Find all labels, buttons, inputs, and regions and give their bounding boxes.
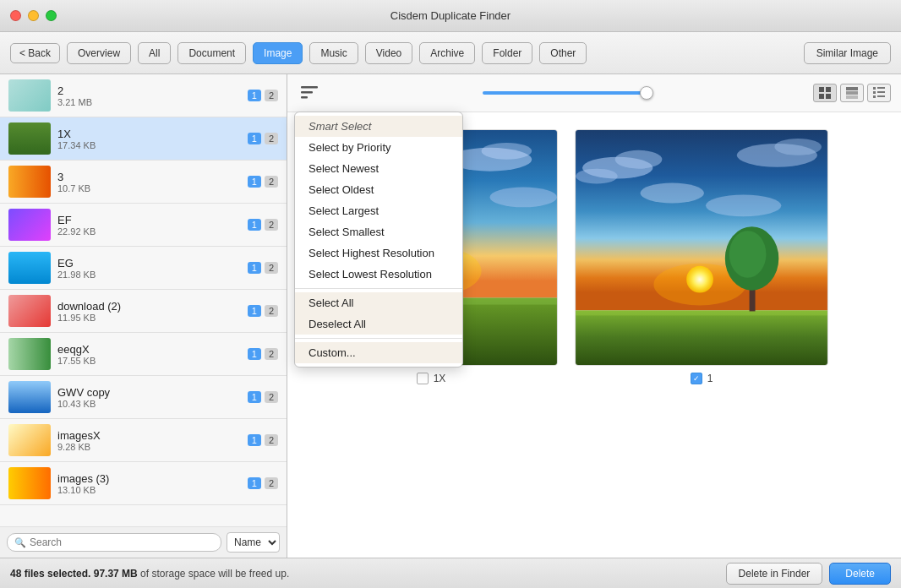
dropdown-item-by-priority[interactable]: Select by Priority (295, 137, 462, 158)
item-name: 3 (57, 171, 241, 183)
tab-music[interactable]: Music (309, 42, 358, 64)
item-thumbnail (8, 381, 51, 413)
item-size: 13.10 KB (57, 485, 241, 495)
item-size: 10.7 KB (57, 183, 241, 193)
item-info: EG 21.98 KB (51, 257, 248, 280)
item-info: eeqgX 17.55 KB (51, 343, 248, 366)
dropdown-item-newest[interactable]: Select Newest (295, 158, 462, 179)
item-num1: 1 (248, 434, 261, 446)
tab-archive[interactable]: Archive (419, 42, 475, 64)
svg-rect-6 (826, 94, 831, 99)
tab-image[interactable]: Image (253, 42, 303, 64)
image-checkbox-1[interactable]: ✓ (691, 373, 702, 384)
delete-in-finder-button[interactable]: Delete in Finder (726, 563, 823, 585)
delete-button[interactable]: Delete (829, 563, 891, 585)
item-size: 11.95 KB (57, 313, 241, 323)
image-card-1: ✓ 1 (575, 129, 828, 384)
item-info: 2 3.21 MB (51, 84, 248, 107)
item-num2: 2 (265, 391, 278, 403)
dropdown-item-select-all[interactable]: Select All (295, 292, 462, 313)
maximize-button[interactable] (46, 10, 57, 21)
minimize-button[interactable] (28, 10, 39, 21)
svg-point-35 (641, 183, 704, 204)
list-item[interactable]: 1X 17.34 KB 1 2 (0, 117, 287, 161)
tab-all[interactable]: All (138, 42, 171, 64)
svg-point-29 (686, 266, 713, 293)
item-thumbnail (8, 295, 51, 327)
svg-rect-5 (819, 94, 824, 99)
smart-select-menu-button[interactable] (298, 81, 321, 105)
item-thumbnail (8, 252, 51, 284)
item-thumbnail (8, 79, 51, 112)
svg-point-22 (482, 143, 532, 160)
item-name: GWV copy (57, 386, 241, 399)
tab-overview[interactable]: Overview (67, 42, 131, 64)
item-info: download (2) 11.95 KB (51, 300, 248, 323)
list-item[interactable]: EF 22.92 KB 1 2 (0, 204, 287, 247)
size-slider[interactable] (483, 91, 652, 95)
dropdown-item-deselect-all[interactable]: Deselect All (295, 313, 462, 335)
item-num1: 1 (248, 262, 261, 274)
item-num2: 2 (265, 434, 278, 446)
item-info: GWV copy 10.43 KB (51, 386, 248, 409)
dropdown-item-custom[interactable]: Custom... (295, 342, 462, 363)
item-name: eeqgX (57, 343, 241, 356)
item-thumbnail (8, 338, 51, 370)
svg-rect-12 (873, 91, 876, 94)
svg-rect-13 (877, 91, 885, 93)
list-item[interactable]: images (3) 13.10 KB 1 2 (0, 462, 287, 505)
svg-rect-0 (301, 86, 318, 89)
item-thumbnail (8, 122, 51, 155)
content-toolbar (287, 74, 901, 112)
svg-rect-10 (873, 87, 876, 90)
tab-video[interactable]: Video (365, 42, 412, 64)
similar-image-button[interactable]: Similar Image (804, 42, 891, 64)
dropdown-item-largest[interactable]: Select Largest (295, 200, 462, 221)
image-label-1x: 1X (434, 373, 446, 384)
item-num1: 1 (248, 90, 261, 101)
item-info: imagesX 9.28 KB (51, 429, 248, 452)
svg-rect-11 (877, 87, 885, 89)
filmstrip-view-button[interactable] (840, 84, 864, 102)
item-info: 3 10.7 KB (51, 171, 248, 193)
svg-rect-38 (576, 310, 827, 315)
dropdown-item-oldest[interactable]: Select Oldest (295, 179, 462, 200)
svg-point-31 (615, 150, 663, 169)
list-item[interactable]: EG 21.98 KB 1 2 (0, 247, 287, 290)
svg-rect-3 (819, 87, 824, 92)
dropdown-item-lowest-res[interactable]: Select Lowest Resolution (295, 264, 462, 285)
item-size: 3.21 MB (57, 97, 241, 107)
back-button[interactable]: < Back (10, 43, 60, 63)
list-item[interactable]: download (2) 11.95 KB 1 2 (0, 290, 287, 333)
list-item[interactable]: 2 3.21 MB 1 2 (0, 74, 287, 117)
list-item[interactable]: 3 10.7 KB 1 2 (0, 161, 287, 204)
item-num2: 2 (265, 477, 278, 489)
item-name: EG (57, 257, 241, 270)
slider-thumb (640, 86, 653, 100)
item-num2: 2 (265, 305, 278, 317)
item-num1: 1 (248, 391, 261, 403)
item-thumbnail (8, 209, 51, 241)
item-num1: 1 (248, 477, 261, 489)
list-item[interactable]: imagesX 9.28 KB 1 2 (0, 419, 287, 462)
image-label-1: 1 (707, 373, 713, 384)
title-bar: Cisdem Duplicate Finder (0, 0, 901, 32)
svg-point-34 (774, 139, 822, 155)
item-info: images (3) 13.10 KB (51, 472, 248, 495)
dropdown-header-smart-select: Smart Select (295, 116, 462, 137)
dropdown-item-smallest[interactable]: Select Smallest (295, 221, 462, 242)
close-button[interactable] (10, 10, 21, 21)
tab-document[interactable]: Document (177, 42, 246, 64)
list-view-button[interactable] (867, 84, 891, 102)
list-item[interactable]: GWV copy 10.43 KB 1 2 (0, 376, 287, 419)
grid-view-button[interactable] (813, 84, 837, 102)
svg-point-24 (490, 188, 557, 208)
tab-other[interactable]: Other (539, 42, 587, 64)
image-checkbox-1x[interactable] (417, 373, 429, 384)
sort-select[interactable]: Name Size Date (227, 532, 280, 553)
dropdown-item-highest-res[interactable]: Select Highest Resolution (295, 242, 462, 264)
list-item[interactable]: eeqgX 17.55 KB 1 2 (0, 333, 287, 376)
item-size: 17.55 KB (57, 356, 241, 366)
search-input[interactable] (30, 536, 214, 548)
tab-folder[interactable]: Folder (482, 42, 532, 64)
